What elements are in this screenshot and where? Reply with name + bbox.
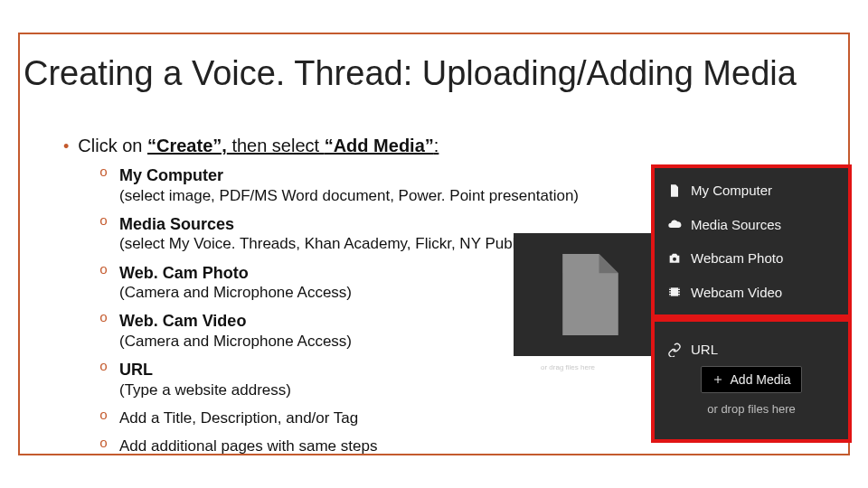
- add-media-label: Add Media: [731, 372, 791, 387]
- film-icon: [667, 285, 682, 299]
- panel-label: My Computer: [691, 183, 772, 198]
- svg-rect-5: [678, 292, 680, 293]
- media-source-panel: My Computer Media Sources Webcam Photo W…: [651, 164, 852, 318]
- panel-row-mycomputer[interactable]: My Computer: [655, 174, 848, 208]
- panel-row-mediasources[interactable]: Media Sources: [655, 208, 848, 242]
- item-heading: My Computer: [119, 165, 642, 186]
- main-bullet: • Click on “Create”, then select “Add Me…: [63, 136, 642, 156]
- item-heading: Media Sources: [119, 214, 642, 235]
- item-detail: (Type a website address): [119, 380, 642, 399]
- camera-icon: [667, 251, 682, 266]
- svg-rect-3: [669, 294, 671, 295]
- svg-rect-4: [678, 289, 680, 290]
- t: :: [434, 136, 439, 155]
- panel-label: Webcam Video: [691, 285, 782, 300]
- svg-rect-1: [669, 289, 671, 290]
- link-icon: [667, 343, 682, 357]
- panel-label: Media Sources: [691, 217, 781, 232]
- t: “Add Media”: [325, 136, 434, 155]
- t: Click on: [78, 136, 147, 155]
- panel-label: Webcam Photo: [691, 250, 783, 266]
- panel-row-webcamphoto[interactable]: Webcam Photo: [655, 241, 848, 276]
- main-bullet-text: Click on “Create”, then select “Add Medi…: [78, 136, 439, 156]
- cloud-icon: [667, 217, 682, 231]
- document-icon: [558, 254, 623, 335]
- document-preview: [514, 233, 667, 356]
- list-item: Add a Title, Description, and/or Tag: [99, 408, 642, 427]
- item-heading: Add a Title, Description, and/or Tag: [119, 408, 642, 427]
- panel-row-webcamvideo[interactable]: Webcam Video: [655, 276, 848, 310]
- item-heading: Add additional pages with same steps: [119, 436, 642, 455]
- panel-row-url[interactable]: URL: [655, 342, 718, 357]
- file-icon: [667, 183, 682, 198]
- drop-hint: or drop files here: [707, 402, 796, 416]
- t: “Create”,: [147, 136, 227, 155]
- bullet-icon: •: [63, 138, 69, 155]
- item-detail: (select image, PDF/MS Word document, Pow…: [119, 186, 642, 205]
- tiny-drop-hint: or drag files here: [541, 363, 595, 371]
- add-media-button[interactable]: Add Media: [701, 366, 803, 393]
- slide-title: Creating a Voice. Thread: Uploading/Addi…: [24, 54, 859, 93]
- list-item: Add additional pages with same steps: [99, 436, 642, 455]
- svg-point-0: [673, 257, 676, 260]
- panel-label: URL: [691, 342, 718, 357]
- svg-rect-6: [678, 294, 680, 295]
- plus-icon: [712, 374, 723, 385]
- svg-rect-2: [669, 292, 671, 293]
- add-media-panel: URL Add Media or drop files here: [651, 318, 852, 443]
- t: then select: [227, 136, 325, 155]
- list-item: My Computer (select image, PDF/MS Word d…: [99, 165, 642, 205]
